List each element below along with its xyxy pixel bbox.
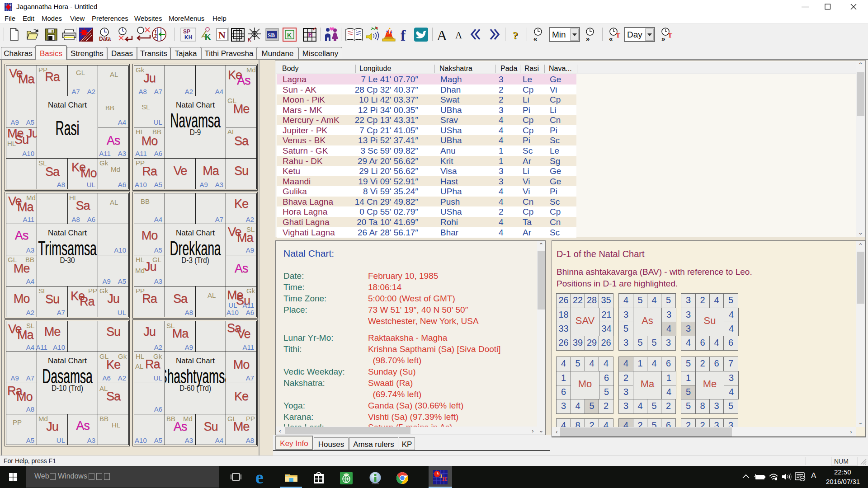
svg-text:K: K	[204, 32, 212, 42]
svg-text:A: A	[437, 27, 447, 43]
svg-text:Z: Z	[154, 34, 157, 39]
svg-text:«: «	[533, 35, 537, 42]
svg-text:?: ?	[513, 29, 518, 41]
svg-text:SP: SP	[183, 28, 190, 35]
svg-text:«: «	[609, 35, 613, 42]
svg-text:KH: KH	[184, 34, 192, 41]
svg-text:H: H	[442, 475, 447, 482]
svg-text:K: K	[248, 37, 251, 42]
svg-text:f: f	[401, 27, 406, 44]
svg-text:SB: SB	[268, 32, 275, 38]
svg-text:A: A	[455, 30, 462, 41]
svg-text:K: K	[287, 32, 292, 39]
svg-text:T: T	[668, 32, 672, 39]
svg-text:N: N	[218, 29, 226, 41]
svg-text:»: »	[586, 35, 590, 42]
svg-text:Data: Data	[99, 36, 111, 42]
svg-text:T: T	[616, 32, 620, 39]
svg-text:B: B	[308, 31, 312, 38]
svg-text:»: »	[661, 35, 665, 42]
